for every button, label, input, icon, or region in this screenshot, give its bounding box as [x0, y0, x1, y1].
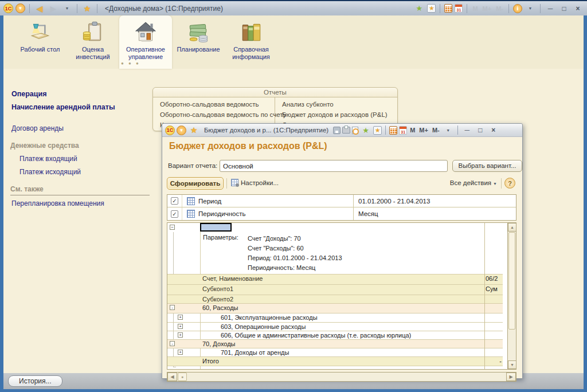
parameter-row-periodicity[interactable]: ✓ Периодичность Месяц [167, 207, 516, 220]
info-button[interactable]: i [513, 4, 522, 13]
reports-panel-title: Отчеты [153, 88, 397, 97]
table-row[interactable]: - 70, Доходы [167, 340, 503, 348]
all-actions-button[interactable]: Все действия▼ [450, 179, 497, 186]
horizontal-scrollbar[interactable]: ◀ ● ▶ [167, 372, 516, 382]
generate-button[interactable]: Сформировать [167, 177, 224, 190]
param-line: Счет "Расходы": 60 [248, 244, 342, 253]
table-header-row[interactable]: Субконто1 Сум [167, 285, 503, 295]
horizontal-scrollbar-thumb[interactable]: ● [178, 373, 187, 381]
parameter-row-period[interactable]: ✓ Период 01.01.2000 - 21.04.2013 [167, 195, 516, 207]
panel-resize-grip[interactable]: ● ● ● [121, 61, 140, 66]
report-spreadsheet: − Параметры: Счет "Доходы": 70 Счет "Рас… [167, 222, 516, 370]
favorites-star-button[interactable]: ★ [188, 125, 199, 135]
report-link-pnl-budget[interactable]: Бюджет доходов и расходов (P&L) [282, 109, 397, 120]
section-label: Рабочий стол [20, 46, 60, 53]
parameter-value[interactable]: 01.01.2000 - 21.04.2013 [353, 195, 516, 207]
calculator-icon[interactable] [389, 126, 397, 135]
settings-button[interactable]: Настройки... [231, 179, 279, 186]
history-dropdown-icon[interactable]: ▼ [61, 3, 73, 14]
checkbox-checked-icon[interactable]: ✓ [171, 210, 178, 218]
sidebar-item-lease-contract[interactable]: Договор аренды [11, 124, 152, 132]
table-row[interactable]: + 601, Эксплуатационные расходы [167, 313, 503, 323]
section-tab-planning[interactable]: Планирование [172, 15, 225, 69]
collapse-icon[interactable]: - [170, 341, 175, 346]
close-button[interactable]: × [572, 3, 584, 14]
calendar-icon[interactable]: 31 [455, 4, 463, 13]
scroll-up-icon[interactable]: ▲ [508, 223, 516, 232]
minimize-button[interactable]: ─ [545, 3, 556, 14]
scroll-left-icon[interactable]: ◀ [167, 373, 177, 381]
chevron-down-icon: ▼ [493, 182, 497, 186]
favorites-star-button[interactable]: ★ [81, 3, 93, 14]
history-button[interactable]: История... [8, 375, 62, 387]
print-preview-icon[interactable] [352, 127, 358, 134]
collapse-icon[interactable]: - [170, 305, 175, 310]
scroll-right-icon[interactable]: ▶ [506, 373, 516, 381]
1c-logo-icon: 1С [165, 126, 175, 135]
back-button[interactable]: ◀ [34, 3, 45, 14]
sidebar-item-rent-accrual[interactable]: Начисление арендной платы [11, 103, 152, 111]
spreadsheet-top-row[interactable]: − [167, 223, 503, 232]
memory-button-m-plus[interactable]: M+ [418, 127, 429, 134]
sidebar-group-cash: Денежные средства [10, 142, 152, 150]
add-to-favorites-icon[interactable]: ★ [360, 125, 371, 135]
info-dropdown-icon[interactable]: ▼ [525, 3, 536, 14]
favorites-window-icon[interactable]: ★ [427, 4, 436, 13]
checkbox-checked-icon[interactable]: ✓ [171, 197, 178, 205]
calculator-icon[interactable] [444, 4, 452, 13]
expand-icon[interactable]: + [178, 350, 183, 355]
expand-icon[interactable]: + [178, 332, 183, 338]
vertical-scrollbar-thumb[interactable] [508, 232, 515, 330]
section-tab-investment-evaluation[interactable]: Оценка инвестиций [66, 15, 119, 69]
vertical-scrollbar[interactable]: ▲ ▼ [507, 223, 516, 369]
maximize-button[interactable]: □ [475, 125, 486, 135]
scroll-down-icon[interactable]: ▼ [508, 360, 516, 369]
section-tab-desktop[interactable]: Рабочий стол [14, 15, 66, 69]
report-parameters-block[interactable]: Параметры: Счет "Доходы": 70 Счет "Расхо… [167, 232, 503, 275]
more-dropdown-icon[interactable]: ▼ [443, 125, 454, 135]
collapse-icon[interactable]: − [170, 225, 175, 230]
help-button[interactable]: ? [504, 178, 515, 189]
table-row[interactable]: + 606, Общие и административные расходы … [167, 331, 503, 340]
close-button[interactable]: × [488, 125, 499, 135]
sidebar-item-premises-replanning[interactable]: Перепланировка помещения [11, 199, 152, 207]
report-link-turnover-balance-by-account[interactable]: Оборотно-сальдовая ведомость по счету [160, 109, 275, 120]
section-label: Оперативное управление [119, 46, 172, 61]
main-titlebar: 1С ▼ ◀ ▶ ▼ ★ <Доходные дома> (1С:Предпри… [0, 0, 587, 15]
save-icon[interactable] [333, 127, 341, 134]
expand-icon[interactable]: + [178, 315, 183, 320]
house-icon [134, 20, 158, 44]
forward-button[interactable]: ▶ [48, 3, 59, 14]
settings-grid-icon [231, 179, 238, 186]
maximize-button[interactable]: □ [558, 3, 570, 14]
table-header-row[interactable]: Счет, Наименование 06/2 [167, 275, 503, 285]
memory-button-m-minus[interactable]: M- [431, 127, 441, 134]
sidebar-item-outgoing-payment[interactable]: Платеж исходящий [19, 168, 152, 176]
favorites-window-icon[interactable]: ★ [373, 126, 382, 135]
sidebar-item-incoming-payment[interactable]: Платеж входящий [19, 155, 152, 163]
param-line: Период: 01.01.2000 - 21.04.2013 [248, 253, 342, 263]
report-link-subconto-analysis[interactable]: Анализ субконто [282, 99, 397, 109]
report-window-titlebar: 1С ▼ ★ Бюджет доходов и р... (1С:Предпри… [162, 124, 522, 137]
print-icon[interactable] [342, 127, 350, 134]
report-link-turnover-balance[interactable]: Оборотно-сальдовая ведомость [160, 99, 275, 109]
variant-input[interactable] [220, 160, 448, 172]
table-row-total[interactable]: Итого - [167, 357, 503, 366]
table-row[interactable]: + 701, Доходы от аренды [167, 348, 503, 357]
main-menu-button[interactable]: ▼ [15, 3, 25, 13]
calendar-icon[interactable]: 31 [399, 126, 407, 135]
minimize-button[interactable]: ─ [461, 125, 473, 135]
add-to-favorites-icon[interactable]: ★ [413, 3, 425, 14]
table-header-row[interactable]: Субконто2 [167, 295, 503, 304]
expand-icon[interactable]: + [178, 324, 183, 329]
parameter-value[interactable]: Месяц [353, 207, 516, 220]
memory-button-m[interactable]: M [409, 127, 416, 134]
section-tab-reference-info[interactable]: Справочная информация [225, 15, 277, 69]
window-menu-button[interactable]: ▼ [177, 126, 186, 135]
sidebar-item-operation[interactable]: Операция [11, 90, 152, 98]
selected-cell[interactable] [201, 224, 231, 231]
report-window-body: Бюджет доходов и расходов (P&L) Вариант … [162, 137, 522, 378]
choose-variant-button[interactable]: Выбрать вариант... [452, 160, 522, 172]
table-row[interactable]: - 60, Расходы [167, 304, 503, 313]
table-row[interactable]: + 603, Операционные расходы [167, 323, 503, 331]
